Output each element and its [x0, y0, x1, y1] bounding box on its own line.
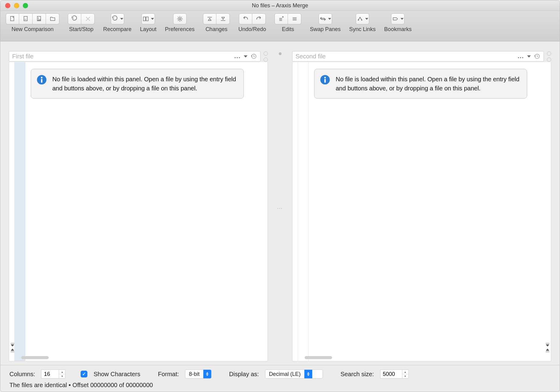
scroll-top-icon[interactable] — [10, 343, 15, 347]
format-label: Format: — [158, 371, 179, 378]
left-file-dropdown[interactable] — [244, 55, 247, 58]
center-link-indicator — [279, 52, 282, 55]
prev-change-button[interactable] — [203, 13, 216, 24]
columns-stepper[interactable]: ▴▾ — [41, 369, 65, 379]
search-size-input[interactable] — [380, 369, 402, 379]
toolbar-group-start-stop: Start/Stop — [68, 13, 95, 33]
left-browse-button[interactable]: ... — [234, 53, 241, 60]
left-scroll-buttons — [10, 343, 15, 352]
right-file-placeholder: Second file — [296, 53, 326, 60]
right-info-box: No file is loaded within this panel. Ope… — [314, 69, 527, 99]
undo-button[interactable] — [239, 13, 252, 24]
center-divider: ⋯ — [273, 51, 287, 361]
left-horizontal-scrollbar[interactable] — [21, 356, 49, 359]
format-select[interactable]: 8-bit — [185, 369, 212, 379]
indicator-dot — [264, 58, 268, 62]
display-as-value: Decimal (LE) — [265, 371, 304, 377]
right-horizontal-scrollbar[interactable] — [305, 356, 332, 359]
svg-point-7 — [179, 18, 180, 20]
toolbar-label-layout: Layout — [140, 26, 156, 33]
left-pane-indicators — [264, 51, 268, 62]
redo-button[interactable] — [252, 13, 266, 24]
toolbar-label-edits: Edits — [282, 26, 294, 33]
titlebar: No files – Araxis Merge — [0, 0, 560, 11]
sync-links-button[interactable] — [356, 13, 369, 24]
preferences-button[interactable] — [173, 13, 187, 24]
indicator-dot — [264, 51, 268, 56]
show-characters-label: Show Characters — [93, 371, 140, 378]
bottom-controls-row: Columns: ▴▾ ✓ Show Characters Format: 8-… — [9, 369, 551, 379]
new-folder-comparison-button[interactable] — [46, 13, 59, 24]
toolbar-group-edits: Edits — [275, 13, 301, 33]
toolbar-label-start-stop: Start/Stop — [69, 26, 93, 33]
search-size-stepper[interactable]: ▴▾ — [380, 369, 409, 379]
toolbar-group-new-comparison: 01 New Comparison — [6, 13, 59, 33]
new-text-comparison-button[interactable] — [6, 13, 19, 24]
toolbar-group-changes: Changes — [203, 13, 230, 33]
format-value: 8-bit — [185, 371, 203, 377]
scroll-top-icon[interactable] — [545, 343, 550, 347]
info-icon — [37, 75, 47, 85]
left-pane-header: First file ... — [9, 51, 268, 62]
toolbar-label-sync-links: Sync Links — [349, 26, 376, 33]
left-margin-gutter — [9, 62, 15, 361]
left-file-area[interactable]: No file is loaded within this panel. Ope… — [25, 62, 268, 361]
window-title: No files – Araxis Merge — [0, 2, 560, 9]
search-size-label: Search size: — [341, 371, 374, 378]
search-size-stepper-buttons[interactable]: ▴▾ — [402, 369, 409, 379]
layout-button[interactable] — [142, 13, 155, 24]
start-button[interactable] — [68, 13, 81, 24]
left-info-box: No file is loaded within this panel. Ope… — [31, 69, 244, 99]
show-characters-checkbox[interactable]: ✓ — [81, 371, 87, 377]
toolbar-label-recompare: Recompare — [103, 26, 131, 33]
new-image-comparison-button[interactable] — [33, 13, 46, 24]
right-file-input[interactable]: Second file ... — [292, 51, 544, 61]
center-drag-handle[interactable]: ⋯ — [277, 205, 283, 212]
right-scroll-buttons — [545, 343, 550, 352]
svg-text:01: 01 — [24, 19, 26, 20]
swap-panes-button[interactable] — [319, 13, 332, 24]
right-file-dropdown[interactable] — [527, 55, 531, 58]
svg-rect-5 — [143, 17, 145, 21]
info-icon — [320, 75, 330, 85]
bottom-bar: Columns: ▴▾ ✓ Show Characters Format: 8-… — [0, 365, 560, 392]
svg-rect-6 — [146, 17, 148, 21]
left-diff-gutter — [15, 62, 25, 361]
toolbar-group-sync-links: Sync Links — [349, 13, 376, 33]
columns-input[interactable] — [41, 369, 59, 379]
right-file-area[interactable]: No file is loaded within this panel. Ope… — [309, 62, 551, 361]
right-browse-button[interactable]: ... — [518, 53, 524, 60]
app-window: No files – Araxis Merge 01 New Compariso… — [0, 0, 560, 392]
scroll-bottom-icon[interactable] — [10, 348, 15, 352]
display-as-select[interactable]: Decimal (LE) — [265, 369, 323, 379]
right-pane-body: No file is loaded within this panel. Ope… — [292, 62, 551, 361]
left-file-input[interactable]: First file ... — [9, 51, 261, 61]
scroll-bottom-icon[interactable] — [545, 348, 550, 352]
bookmarks-button[interactable] — [391, 13, 404, 24]
right-margin-gutter — [292, 62, 298, 361]
toolbar-label-changes: Changes — [205, 26, 227, 33]
edit-lines-button[interactable] — [288, 13, 301, 24]
toolbar-label-undo-redo: Undo/Redo — [238, 26, 266, 33]
content-area: First file ... — [0, 41, 560, 365]
new-binary-comparison-button[interactable]: 01 — [19, 13, 33, 24]
history-icon[interactable] — [534, 53, 541, 60]
left-file-placeholder: First file — [12, 53, 33, 60]
left-info-text: No file is loaded within this panel. Ope… — [52, 75, 237, 93]
toolbar-label-preferences: Preferences — [165, 26, 194, 33]
select-caret-icon — [203, 370, 211, 378]
indicator-dot — [547, 58, 551, 62]
delete-edit-button[interactable] — [275, 13, 288, 24]
toolbar-group-undo-redo: Undo/Redo — [238, 13, 266, 33]
next-change-button[interactable] — [216, 13, 230, 24]
right-info-text: No file is loaded within this panel. Ope… — [336, 75, 520, 93]
svg-point-4 — [38, 18, 39, 19]
left-pane: First file ... — [9, 51, 268, 361]
stop-button[interactable] — [81, 13, 95, 24]
svg-rect-31 — [41, 79, 43, 83]
columns-stepper-buttons[interactable]: ▴▾ — [59, 369, 65, 379]
right-diff-gutter — [298, 62, 309, 361]
history-icon[interactable] — [250, 53, 257, 60]
recompare-button[interactable] — [111, 13, 124, 24]
svg-point-34 — [324, 77, 326, 78]
